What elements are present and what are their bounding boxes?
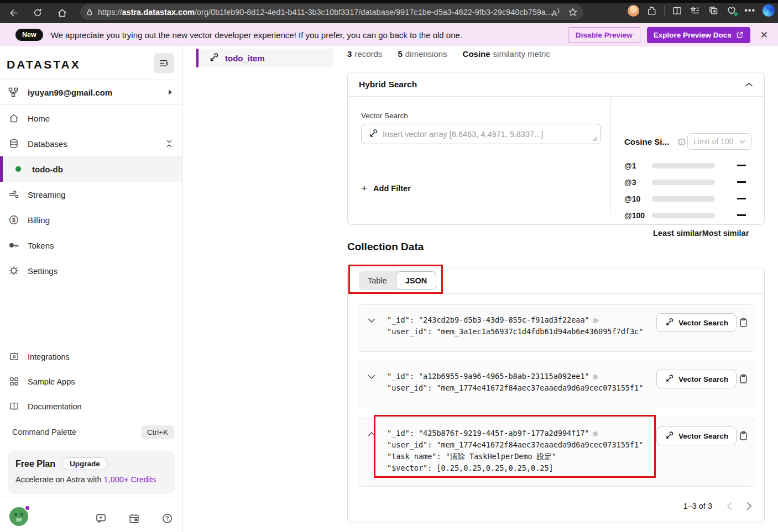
record-status-dot bbox=[593, 318, 598, 323]
window-top-strip bbox=[0, 0, 778, 3]
expand-record-icon[interactable] bbox=[368, 375, 375, 380]
nav-label: Documentation bbox=[28, 402, 82, 411]
toggle-table[interactable]: Table bbox=[359, 271, 396, 290]
nav-label: Billing bbox=[28, 215, 50, 225]
command-palette[interactable]: Command Palette Ctrl+K bbox=[0, 419, 182, 445]
read-aloud-icon[interactable]: A) bbox=[552, 7, 560, 18]
vector-search-input[interactable] bbox=[383, 130, 594, 139]
upgrade-button[interactable]: Upgrade bbox=[62, 457, 108, 470]
vector-icon bbox=[368, 129, 378, 139]
address-bar[interactable]: https://astra.datastax.com/org/0b1feb90-… bbox=[80, 4, 583, 20]
svg-text:$: $ bbox=[12, 217, 15, 223]
presence-dot bbox=[24, 505, 30, 511]
credits-link[interactable]: 1,000+ Credits bbox=[104, 475, 156, 484]
svg-text:?: ? bbox=[165, 515, 169, 522]
lock-icon bbox=[86, 8, 93, 16]
collapse-panel-icon[interactable] bbox=[745, 82, 753, 87]
sidebar-item-sample-apps[interactable]: Sample Apps bbox=[0, 369, 182, 394]
stat-records: 3records bbox=[347, 49, 382, 59]
nav-label: Databases bbox=[28, 139, 67, 149]
panel-divider bbox=[610, 97, 611, 212]
similarity-bar bbox=[652, 213, 715, 218]
sample-apps-icon bbox=[8, 376, 20, 387]
explore-preview-docs-button[interactable]: Explore Preview Docs bbox=[647, 27, 750, 43]
split-screen-icon[interactable] bbox=[672, 6, 682, 16]
favorites-list-icon[interactable] bbox=[690, 5, 701, 16]
sidebar-item-billing[interactable]: $ Billing bbox=[0, 207, 182, 233]
database-status-dot bbox=[15, 166, 21, 172]
feedback-icon[interactable] bbox=[95, 513, 107, 524]
similarity-bar bbox=[652, 196, 715, 202]
collapse-sidebar-button[interactable] bbox=[154, 53, 174, 73]
banner-close-icon[interactable]: ✕ bbox=[760, 29, 768, 41]
vector-search-button-label: Vector Search bbox=[678, 319, 728, 327]
browser-essentials-icon[interactable] bbox=[726, 5, 737, 16]
home-icon[interactable] bbox=[54, 5, 70, 20]
extensions-icon[interactable] bbox=[646, 6, 657, 16]
collapse-databases-icon[interactable] bbox=[165, 139, 173, 148]
profile-avatar-icon[interactable] bbox=[628, 5, 639, 17]
stat-dimensions: 5dimensions bbox=[398, 49, 447, 59]
sidebar-footer: ? bbox=[0, 497, 182, 532]
streaming-icon bbox=[8, 189, 20, 200]
collapse-record-icon[interactable] bbox=[368, 431, 375, 436]
copy-clipboard-icon[interactable] bbox=[739, 317, 748, 328]
org-expand-icon bbox=[168, 89, 173, 96]
stat-metric: Cosinesimilarity metric bbox=[463, 49, 550, 59]
more-menu-icon[interactable]: ••• bbox=[744, 6, 755, 15]
organization-icon bbox=[8, 87, 19, 98]
info-icon[interactable] bbox=[677, 138, 686, 146]
favorite-star-icon[interactable] bbox=[568, 7, 578, 17]
similarity-value-dash bbox=[737, 181, 746, 183]
pagination: 1–3 of 3 bbox=[683, 502, 752, 510]
tokens-key-icon bbox=[8, 240, 20, 251]
copilot-icon[interactable] bbox=[763, 4, 775, 17]
vector-search-button[interactable]: Vector Search bbox=[656, 313, 737, 332]
resize-grip-icon[interactable] bbox=[593, 136, 598, 141]
plus-icon: + bbox=[361, 185, 367, 192]
copy-clipboard-icon[interactable] bbox=[739, 430, 748, 441]
sidebar-item-tokens[interactable]: Tokens bbox=[0, 233, 182, 258]
copy-clipboard-icon[interactable] bbox=[739, 373, 748, 384]
add-filter-button[interactable]: + Add Filter bbox=[361, 184, 411, 193]
new-badge: New bbox=[15, 29, 43, 41]
collection-tab-todo-item[interactable]: todo_item bbox=[196, 49, 333, 67]
org-email: iyuyan99@gmail.com bbox=[28, 88, 112, 97]
record-status-dot bbox=[593, 375, 598, 380]
limit-select-value: Limit of 100 bbox=[693, 137, 733, 146]
calendar-icon[interactable] bbox=[128, 513, 140, 524]
sidebar-item-streaming[interactable]: Streaming bbox=[0, 182, 182, 207]
explore-button-label: Explore Preview Docs bbox=[654, 31, 732, 39]
help-icon[interactable]: ? bbox=[161, 513, 173, 524]
plan-line: Accelerate on Astra with bbox=[15, 475, 102, 484]
sidebar-item-integrations[interactable]: Integrations bbox=[0, 344, 182, 369]
sidebar-item-todo-db[interactable]: todo-db bbox=[0, 156, 182, 182]
limit-select[interactable]: Limit of 100 bbox=[687, 133, 751, 150]
nav-label: Sample Apps bbox=[28, 377, 75, 386]
sidebar-item-settings[interactable]: Settings bbox=[0, 258, 182, 283]
sidebar-item-documentation[interactable]: Documentation bbox=[0, 394, 182, 419]
hybrid-search-title: Hybrid Search bbox=[359, 80, 417, 89]
sidebar-item-home[interactable]: Home bbox=[0, 106, 182, 131]
sidebar: DATASTAX iyuyan99@gmail.com Home bbox=[0, 46, 182, 532]
previous-page-icon[interactable] bbox=[727, 502, 732, 510]
toggle-json[interactable]: JSON bbox=[396, 271, 437, 290]
vector-icon bbox=[665, 431, 673, 440]
collections-icon[interactable] bbox=[708, 5, 719, 16]
screenshot-root: https://astra.datastax.com/org/0b1feb90-… bbox=[0, 0, 778, 532]
back-icon[interactable] bbox=[6, 5, 21, 20]
command-palette-label: Command Palette bbox=[12, 428, 76, 436]
next-page-icon[interactable] bbox=[746, 502, 752, 510]
nav-label: Settings bbox=[28, 266, 58, 276]
vector-search-button[interactable]: Vector Search bbox=[656, 370, 737, 388]
disable-preview-button[interactable]: Disable Preview bbox=[568, 27, 640, 43]
similarity-metric-label: Cosine Si... bbox=[624, 137, 669, 146]
databases-icon bbox=[8, 138, 20, 149]
sidebar-item-databases[interactable]: Databases bbox=[0, 131, 182, 156]
vector-search-button[interactable]: Vector Search bbox=[656, 426, 737, 445]
collection-data-title: Collection Data bbox=[347, 241, 424, 253]
org-selector[interactable]: iyuyan99@gmail.com bbox=[0, 80, 182, 105]
expand-record-icon[interactable] bbox=[368, 318, 375, 323]
refresh-icon[interactable] bbox=[30, 5, 45, 20]
chevron-down-icon bbox=[739, 140, 745, 144]
